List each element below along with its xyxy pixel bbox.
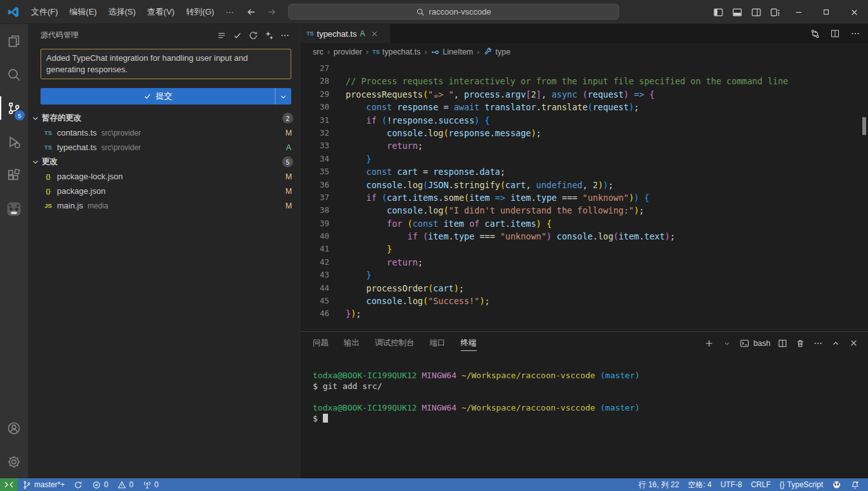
code-line[interactable]: 42 return; (300, 256, 868, 269)
code-line[interactable]: 46}); (300, 307, 868, 320)
scm-file-row[interactable]: TStypechat.tssrc\providerA (28, 140, 299, 155)
statusbar-language-mode[interactable]: {}TypeScript (775, 478, 827, 491)
close-window-button[interactable] (840, 0, 868, 24)
statusbar-notifications[interactable] (846, 478, 864, 491)
maximize-panel-icon[interactable] (830, 338, 841, 349)
activitybar-item-settings[interactable] (0, 445, 28, 478)
statusbar-encoding[interactable]: UTF-8 (716, 478, 746, 491)
panel-tab-端口[interactable]: 端口 (422, 332, 453, 354)
scm-group-header[interactable]: 更改5 (28, 155, 299, 169)
editor-group: TS typechat.ts A src›provider›TStypech (300, 24, 868, 478)
statusbar-git-branch[interactable]: master*+ (18, 478, 69, 491)
breadcrumb-item-provider[interactable]: provider (334, 48, 362, 56)
activitybar-item-raccoon[interactable] (0, 192, 28, 226)
code-line[interactable]: 44 processOrder(cart); (300, 282, 868, 295)
toggle-secondary-sidebar-icon[interactable] (746, 3, 765, 22)
scm-file-row[interactable]: {}package-lock.jsonM (28, 169, 299, 184)
breadcrumb-item-type[interactable]: type (483, 48, 510, 57)
code-line[interactable]: 38 console.log("I didn't understand the … (300, 204, 868, 217)
activitybar-item-explorer[interactable] (0, 24, 28, 58)
toggle-primary-sidebar-icon[interactable] (708, 3, 727, 22)
code-line[interactable]: 32 console.log(response.message); (300, 127, 868, 139)
commit-check-icon[interactable] (230, 29, 244, 42)
close-tab-icon[interactable] (369, 29, 379, 39)
more-editor-actions-icon[interactable] (849, 27, 862, 40)
new-terminal-icon[interactable] (703, 338, 715, 349)
terminal-dropdown-icon[interactable] (721, 338, 733, 349)
code-line[interactable]: 37 if (cart.items.some(item => item.type… (300, 191, 868, 204)
statusbar-text: 行 16, 列 22 (639, 480, 679, 490)
scm-file-row[interactable]: {}package.jsonM (28, 184, 299, 198)
code-line[interactable]: 33 return; (300, 139, 868, 152)
scm-file-row[interactable]: TScontants.tssrc\providerM (28, 125, 299, 140)
go-back-icon[interactable] (243, 4, 260, 20)
scm-group-header[interactable]: 暂存的更改2 (28, 111, 299, 125)
panel-tab-输出[interactable]: 输出 (336, 332, 367, 354)
menu-item-2[interactable]: 选择(S) (103, 4, 141, 19)
more-actions-icon[interactable] (278, 29, 292, 42)
activitybar-item-extensions[interactable] (0, 158, 28, 192)
menu-item-1[interactable]: 编辑(E) (64, 4, 103, 19)
remote-indicator[interactable] (0, 478, 18, 491)
close-panel-icon[interactable] (848, 338, 859, 349)
code-line[interactable]: 31 if (!response.success) { (300, 114, 868, 127)
tab-typechat[interactable]: TS typechat.ts A (300, 24, 390, 43)
code-line[interactable]: 28// Process requests interactively or f… (300, 75, 868, 87)
split-editor-icon[interactable] (829, 27, 841, 40)
editor-scrollbar[interactable] (862, 117, 866, 135)
kill-terminal-icon[interactable] (795, 338, 806, 349)
code-line[interactable]: 34 } (300, 153, 868, 165)
panel-tab-调试控制台[interactable]: 调试控制台 (367, 332, 422, 354)
code-line[interactable]: 41 } (300, 243, 868, 255)
code-line[interactable]: 36 console.log(JSON.stringify(cart, unde… (300, 179, 868, 191)
terminal-output[interactable]: todxa@BOOK-IC199QUK12 MINGW64 ~/Workspac… (300, 354, 868, 424)
code-line[interactable]: 39 for (const item of cart.items) { (300, 217, 868, 230)
code-line[interactable]: 40 if (item.type === "unknown") console.… (300, 230, 868, 243)
statusbar-ports[interactable]: 0 (138, 478, 163, 491)
go-forward-icon[interactable] (263, 4, 280, 20)
terminal-instance[interactable]: bash (739, 338, 771, 349)
code-line[interactable]: 27 (300, 62, 868, 75)
breadcrumb-item-LineItem[interactable]: LineItem (431, 48, 473, 57)
commit-message-input[interactable]: Added TypeChat integration for handling … (41, 49, 291, 79)
breadcrumb-item-typechat.ts[interactable]: TStypechat.ts (372, 48, 420, 56)
statusbar-cursor-position[interactable]: 行 16, 列 22 (634, 478, 684, 491)
scm-file-row[interactable]: JSmain.jsmediaM (28, 198, 299, 213)
code-line[interactable]: 29processRequests("☕> ", process.argv[2]… (300, 88, 868, 101)
more-panel-actions-icon[interactable] (812, 338, 824, 349)
view-as-list-icon[interactable] (215, 29, 229, 42)
activitybar-item-source-control[interactable]: 5 (0, 91, 28, 125)
maximize-button[interactable] (812, 0, 840, 24)
code-editor[interactable]: 2728// Process requests interactively or… (300, 61, 868, 321)
menu-item-0[interactable]: 文件(F) (25, 4, 64, 19)
activitybar-item-search[interactable] (0, 58, 28, 91)
breadcrumb-item-src[interactable]: src (313, 48, 324, 56)
customize-layout-icon[interactable] (765, 3, 784, 22)
statusbar-warnings[interactable]: 0 (113, 478, 138, 491)
open-changes-icon[interactable] (808, 27, 821, 40)
refresh-icon[interactable] (246, 29, 260, 42)
code-line[interactable]: 45 console.log("Success!"); (300, 295, 868, 307)
statusbar-raccoon-extension[interactable] (827, 478, 846, 491)
activitybar-item-account[interactable] (0, 411, 28, 445)
statusbar-eol[interactable]: CRLF (746, 478, 775, 491)
panel-tab-终端[interactable]: 终端 (453, 332, 484, 354)
code-line[interactable]: 43 } (300, 269, 868, 281)
code-line[interactable]: 30 const response = await translator.tra… (300, 101, 868, 113)
statusbar-errors[interactable]: 0 (87, 478, 113, 491)
split-terminal-icon[interactable] (777, 338, 788, 349)
command-center-search[interactable]: raccoon-vsccode (288, 4, 619, 20)
menu-item-3[interactable]: 查看(V) (141, 4, 180, 19)
panel-tab-问题[interactable]: 问题 (305, 332, 336, 354)
statusbar-indentation[interactable]: 空格: 4 (684, 478, 716, 491)
commit-dropdown-button[interactable] (275, 88, 291, 105)
minimize-button[interactable] (784, 0, 812, 24)
statusbar-sync-changes[interactable] (69, 478, 87, 491)
activitybar-item-run-debug[interactable] (0, 125, 28, 158)
commit-button[interactable]: 提交 (41, 88, 275, 105)
code-line[interactable]: 35 const cart = response.data; (300, 165, 868, 178)
menu-item-4[interactable]: 转到(G) (180, 4, 220, 19)
generate-commit-message-icon[interactable] (262, 29, 276, 42)
toggle-panel-icon[interactable] (727, 3, 746, 22)
menu-item-5[interactable]: ··· (220, 4, 239, 19)
